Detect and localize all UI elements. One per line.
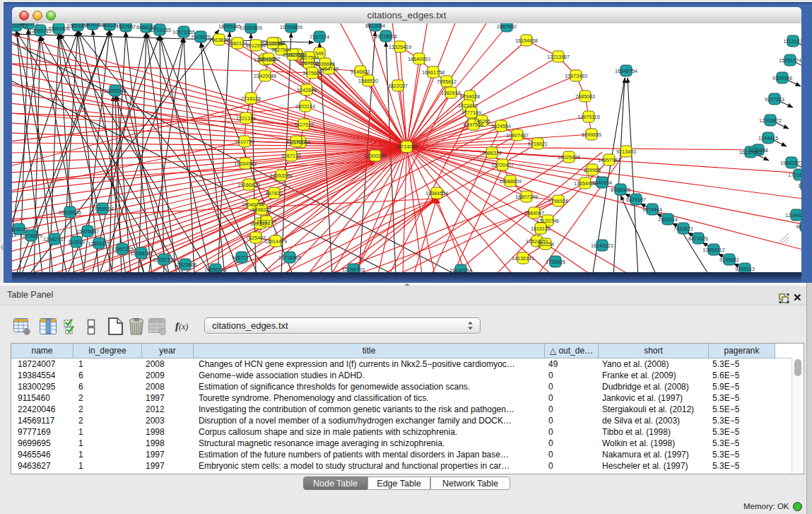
svg-text:7625402: 7625402 — [246, 235, 266, 241]
svg-text:7663822: 7663822 — [209, 37, 229, 43]
svg-text:252254: 252254 — [537, 241, 554, 247]
svg-text:7485063: 7485063 — [575, 93, 595, 100]
svg-text:1733426: 1733426 — [546, 259, 565, 265]
svg-text:7632621: 7632621 — [673, 226, 693, 232]
svg-text:3475605: 3475605 — [302, 70, 322, 76]
svg-text:17016504: 17016504 — [788, 172, 801, 178]
svg-text:9457771: 9457771 — [232, 255, 252, 261]
svg-text:53226058: 53226058 — [261, 40, 284, 47]
svg-text:18640910: 18640910 — [408, 56, 430, 62]
svg-text:9777169: 9777169 — [461, 110, 481, 116]
svg-text:19166825: 19166825 — [237, 182, 260, 188]
svg-text:15751074: 15751074 — [779, 57, 801, 64]
svg-text:15058117: 15058117 — [130, 250, 152, 257]
svg-text:9845113: 9845113 — [796, 223, 801, 230]
svg-text:12975115: 12975115 — [577, 114, 599, 120]
svg-text:12942737: 12942737 — [43, 236, 66, 243]
svg-text:20053346: 20053346 — [104, 88, 126, 94]
svg-text:18724007: 18724007 — [396, 144, 418, 150]
svg-text:9474444: 9474444 — [642, 206, 662, 213]
svg-text:2526713: 2526713 — [257, 218, 276, 225]
svg-text:16543362: 16543362 — [257, 56, 280, 62]
svg-text:12505115: 12505115 — [88, 240, 110, 247]
svg-text:14957984: 14957984 — [598, 157, 620, 163]
svg-text:6216021: 6216021 — [528, 141, 548, 147]
svg-text:2803144: 2803144 — [295, 103, 315, 110]
svg-text:9327504: 9327504 — [299, 54, 319, 61]
svg-text:1010753: 1010753 — [235, 139, 254, 145]
svg-text:9660124: 9660124 — [228, 40, 247, 47]
svg-text:1588520: 1588520 — [358, 78, 378, 84]
svg-text:9213403: 9213403 — [616, 148, 636, 155]
svg-text:887833: 887833 — [266, 190, 283, 197]
svg-text:16154838: 16154838 — [515, 37, 538, 44]
svg-text:15716485: 15716485 — [278, 255, 301, 261]
svg-text:6497508: 6497508 — [464, 122, 483, 128]
svg-text:1905572: 1905572 — [18, 23, 38, 27]
svg-text:12093872: 12093872 — [759, 117, 782, 124]
svg-text:2986372: 2986372 — [482, 150, 502, 156]
svg-text:1112023: 1112023 — [784, 38, 801, 45]
svg-text:3267130: 3267130 — [281, 153, 301, 159]
svg-text:19384554: 19384554 — [425, 190, 448, 197]
svg-text:6794028: 6794028 — [460, 93, 480, 100]
svg-text:6399655: 6399655 — [582, 132, 601, 138]
svg-text:10688609: 10688609 — [499, 178, 522, 185]
svg-text:14136141: 14136141 — [512, 255, 534, 262]
svg-text:16210643: 16210643 — [739, 149, 762, 156]
svg-text:10719155: 10719155 — [148, 27, 171, 33]
svg-text:12213967: 12213967 — [547, 54, 570, 60]
svg-text:3624554: 3624554 — [491, 123, 511, 129]
svg-text:12156829: 12156829 — [20, 233, 42, 239]
svg-text:6879197: 6879197 — [626, 197, 646, 203]
svg-text:7756928: 7756928 — [548, 198, 568, 204]
svg-text:1615132: 1615132 — [531, 226, 551, 232]
svg-text:17359934: 17359934 — [91, 206, 114, 212]
svg-text:23420046: 23420046 — [254, 73, 276, 79]
svg-text:18055345: 18055345 — [218, 23, 241, 30]
svg-text:1244415: 1244415 — [758, 135, 778, 141]
svg-text:3915133: 3915133 — [12, 232, 16, 238]
svg-text:18807249: 18807249 — [515, 194, 538, 200]
svg-text:114519: 114519 — [68, 239, 84, 245]
svg-text:7955812: 7955812 — [437, 78, 457, 85]
svg-text:18300295: 18300295 — [364, 153, 387, 159]
svg-text:9227343: 9227343 — [765, 96, 784, 103]
svg-text:9329966: 9329966 — [772, 75, 792, 81]
svg-text:10973493: 10973493 — [565, 73, 587, 79]
svg-text:1621072: 1621072 — [458, 103, 478, 109]
svg-text:15975887: 15975887 — [76, 228, 99, 235]
svg-text:9245113: 9245113 — [735, 266, 754, 272]
svg-text:9242848: 9242848 — [297, 87, 317, 93]
svg-text:2936608: 2936608 — [315, 61, 335, 67]
svg-text:16648754: 16648754 — [615, 68, 637, 74]
svg-text:3822037: 3822037 — [388, 83, 408, 89]
svg-text:2718126: 2718126 — [241, 95, 261, 102]
svg-text:8170023: 8170023 — [286, 139, 306, 145]
svg-text:13120746: 13120746 — [536, 218, 559, 224]
svg-text:12044556: 12044556 — [785, 212, 801, 218]
svg-text:10053809: 10053809 — [240, 25, 262, 31]
svg-text:16961758: 16961758 — [422, 69, 445, 76]
svg-text:2887682: 2887682 — [497, 23, 517, 30]
svg-text:13914479: 13914479 — [264, 238, 287, 245]
svg-text:10654112: 10654112 — [702, 247, 724, 253]
svg-text:19218506: 19218506 — [375, 33, 397, 40]
svg-text:13325419: 13325419 — [389, 44, 411, 50]
svg-text:19654983: 19654983 — [234, 160, 257, 167]
svg-text:1640954: 1640954 — [592, 180, 612, 186]
svg-text:16782759: 16782759 — [153, 257, 175, 263]
svg-text:8813054: 8813054 — [365, 23, 385, 29]
svg-text:1362615: 1362615 — [441, 90, 461, 96]
svg-text:7515526: 7515526 — [191, 34, 211, 40]
svg-text:14353594: 14353594 — [270, 173, 293, 179]
svg-text:10053809: 10053809 — [280, 24, 302, 30]
svg-text:8471626: 8471626 — [688, 235, 708, 242]
svg-text:7357274: 7357274 — [310, 34, 329, 40]
svg-text:1527602: 1527602 — [116, 23, 136, 30]
svg-text:9146821: 9146821 — [351, 69, 370, 75]
svg-text:12923468: 12923468 — [174, 262, 196, 268]
svg-text:10807487: 10807487 — [506, 132, 529, 139]
svg-text:9245652: 9245652 — [719, 257, 739, 263]
svg-text:116753: 116753 — [798, 182, 801, 189]
